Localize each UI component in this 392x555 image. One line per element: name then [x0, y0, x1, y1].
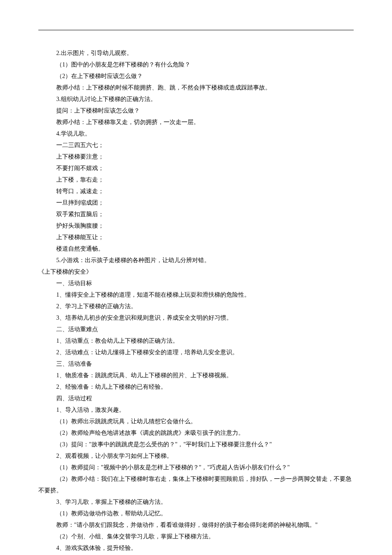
text-line: 教师小结：上下楼梯靠又走，切勿拥挤，一次走一层。	[38, 116, 354, 128]
text-line: 4.学说儿歌。	[38, 128, 354, 139]
text-line: 教师小结：上下楼梯的时候不能拥挤、跑、跳，不然会摔下楼梯或造成踩踏事故。	[38, 82, 354, 93]
text-line: 二、活动重难点	[38, 324, 354, 335]
document-page: 2.出示图片，引导幼儿观察。（1）图中的小朋友是怎样下楼梯的？有什么危险？（2）…	[0, 0, 392, 555]
text-line: 1、导入活动，激发兴趣。	[38, 404, 354, 416]
text-line: 三、活动准备	[38, 358, 354, 370]
text-line: （1）图中的小朋友是怎样下楼梯的？有什么危险？	[38, 59, 354, 70]
text-line: （1）教师出示跳跳虎玩具，让幼儿猜想它会做什么。	[38, 416, 354, 427]
text-line: 不要打闹不嬉戏；	[38, 162, 354, 174]
text-line: 一、活动目标	[38, 278, 354, 289]
text-line: （2）教师绘声绘色地讲述故事《调皮的跳跳虎》来吸引孩子的注意力。	[38, 427, 354, 439]
text-line: 上下楼梯要注意；	[38, 151, 354, 162]
text-line: 四、活动过程	[38, 393, 354, 404]
text-line: 2、经验准备：幼儿上下楼梯的已有经验。	[38, 381, 354, 393]
horizontal-rule	[38, 30, 354, 30]
text-line: 上下楼，靠右走；	[38, 174, 354, 185]
text-line: 一旦摔到缩成团；	[38, 197, 354, 208]
text-line: 一二三四五六七；	[38, 139, 354, 151]
text-line: 2、活动难点：让幼儿懂得上下楼梯安全的道理，培养幼儿安全意识。	[38, 347, 354, 358]
text-line: 2、观看视频，让小朋友学习如何上下楼梯。	[38, 450, 354, 462]
text-line: 护好头颈胸腹腰；	[38, 220, 354, 231]
text-line: 1、活动重点：教会幼儿上下楼梯的正确方法。	[38, 335, 354, 347]
text-line: 3.组织幼儿讨论上下楼梯的正确方法。	[38, 93, 354, 105]
text-line: 教师："请小朋友们跟我念，并做动作，看看谁做得好，做得好的孩子都会得到老师的神秘…	[38, 519, 354, 531]
text-line: （2）个别、小组、集体交替学习儿歌，掌握上下楼梯方法。	[38, 531, 354, 542]
text-line: 不要挤。	[38, 485, 354, 496]
text-line: 提问：上下楼梯时应该怎么做？	[38, 105, 354, 116]
text-line: 双手紧扣置脑后；	[38, 208, 354, 220]
text-line: 3、学习儿歌，掌握上下楼梯的正确方法。	[38, 496, 354, 508]
text-line: （1）教师边做动作边教，帮助幼儿记忆。	[38, 508, 354, 519]
text-line: 《上下楼梯的安全》	[38, 266, 354, 278]
document-body: 2.出示图片，引导幼儿观察。（1）图中的小朋友是怎样下楼梯的？有什么危险？（2）…	[38, 47, 354, 554]
text-line: （3）提问："故事中的跳跳虎是怎么受伤的？"，"平时我们上下楼梯要注意什么？"	[38, 439, 354, 450]
text-line: 上下楼梯能互让；	[38, 231, 354, 243]
text-line: 5.小游戏：出示孩子走楼梯的各种图片，让幼儿分辨对错。	[38, 254, 354, 266]
text-line: 2、学习上下楼梯的正确方法。	[38, 301, 354, 312]
text-line: （2）教师小结：我们在上下楼梯时靠右走，集体上下楼梯时要照顾前后，排好队，一步一…	[38, 473, 354, 485]
text-line: 4、游戏实践体验，提升经验。	[38, 542, 354, 554]
text-line: 楼道自然变通畅。	[38, 243, 354, 254]
text-line: 2.出示图片，引导幼儿观察。	[38, 47, 354, 59]
text-line: 转弯口，减速走；	[38, 185, 354, 197]
text-line: 3、培养幼儿初步的安全意识和规则意识，养成安全文明的好习惯。	[38, 312, 354, 324]
text-line: （1）教师提问："视频中的小朋友是怎样上下楼梯的？"，"巧虎超人告诉小朋友们什么…	[38, 462, 354, 473]
text-line: 1、物质准备：跳跳虎玩具、幼儿上下楼梯的照片、上下楼梯视频。	[38, 370, 354, 381]
text-line: （2）在上下楼梯时应该怎么做？	[38, 70, 354, 82]
text-line: 1、懂得安全上下楼梯的道理，知道不能在楼梯上玩耍和滑扶梯的危险性。	[38, 289, 354, 301]
